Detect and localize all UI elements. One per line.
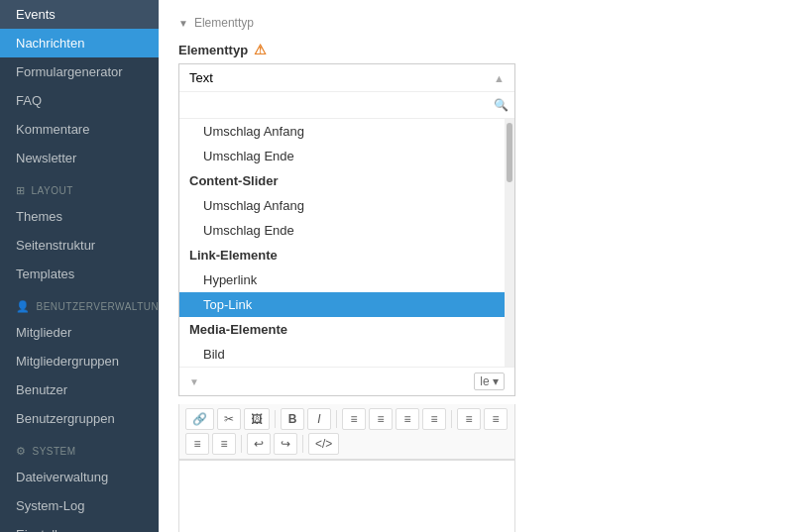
toolbar-list-ul-btn[interactable]: ≡ [457,408,481,430]
sidebar-item-seitenstruktur[interactable]: Seitenstruktur [0,231,159,260]
toolbar-italic-btn[interactable]: I [307,408,331,430]
section-collapse-arrow[interactable]: ▼ [178,18,188,29]
editor-content-area[interactable] [178,460,515,532]
toolbar-image-btn[interactable]: 🖼 [244,408,270,430]
elementtyp-label: Elementtyp [178,43,248,57]
list-item-group: Media-Elemente [179,317,505,342]
list-item-selected[interactable]: Top-Link [179,292,505,317]
sidebar-item-mitgliedergruppen[interactable]: Mitgliedergruppen [0,347,159,375]
toolbar-undo-btn[interactable]: ↩ [247,433,271,455]
select-value-display[interactable]: Text ▲ [179,64,514,92]
sidebar-item-templates[interactable]: Templates [0,260,159,288]
col-label[interactable]: le ▾ [474,372,505,390]
toolbar-align-center-btn[interactable]: ≡ [369,408,393,430]
sidebar-section-system: ⚙ SYSTEM [0,433,159,463]
chevron-down-icon: ▼ [189,376,199,387]
section-header: ▼ Elementtyp [178,16,773,30]
toolbar-source-btn[interactable]: </> [308,433,339,455]
toolbar-bold-btn[interactable]: B [281,408,304,430]
toolbar-indent-btn[interactable]: ≡ [185,433,209,455]
list-item[interactable]: Umschlag Anfang [179,193,505,218]
scrollbar-track[interactable] [505,119,514,367]
sidebar-item-newsletter[interactable]: Newsletter [0,144,159,172]
elementtyp-select[interactable]: Text ▲ 🔍 Umschlag Anfang Umschlag Ende C… [178,63,515,396]
sidebar-item-dateiverwaltung[interactable]: Dateiverwaltung [0,463,159,491]
select-end: ▼ le ▾ [179,367,514,395]
sidebar-item-mitglieder[interactable]: Mitglieder [0,318,159,347]
toolbar-outdent-btn[interactable]: ≡ [212,433,236,455]
toolbar-align-right-btn[interactable]: ≡ [396,408,419,430]
sidebar-item-einstellungen[interactable]: Einstellungen [0,520,159,532]
sidebar-section-layout: ⊞ LAYOUT [0,172,159,202]
toolbar-divider-5 [302,435,303,453]
warning-icon: ⚠ [254,42,267,57]
sidebar-section-benutzerverwaltung: 👤 BENUTZERVERWALTUNG [0,288,159,318]
list-item[interactable]: Hyperlink [179,267,505,292]
system-gear-icon: ⚙ [16,445,27,458]
toolbar-divider-4 [241,435,242,453]
layout-icon: ⊞ [16,184,26,197]
sidebar-item-themes[interactable]: Themes [0,202,159,231]
search-icon: 🔍 [494,98,509,112]
dropdown-wrapper: Umschlag Anfang Umschlag Ende Content-Sl… [179,119,514,367]
dropdown-search-input[interactable] [185,96,490,114]
toolbar-scissors-btn[interactable]: ✂ [217,408,241,430]
sidebar-item-systemlog[interactable]: System-Log [0,491,159,520]
scrollbar-thumb[interactable] [507,123,512,182]
selected-text: Text [189,70,213,85]
list-item-group: Content-Slider [179,168,505,193]
field-label: Elementtyp ⚠ [178,42,773,57]
sidebar-item-faq[interactable]: FAQ [0,86,159,115]
toolbar-divider-2 [336,410,337,428]
editor-toolbar: 🔗 ✂ 🖼 B I ≡ ≡ ≡ ≡ ≡ ≡ ≡ ≡ ↩ ↪ </> [178,404,515,460]
toolbar-align-justify-btn[interactable]: ≡ [422,408,446,430]
main-content: ▼ Elementtyp Elementtyp ⚠ Text ▲ 🔍 Umsc [159,0,793,532]
list-item[interactable]: Umschlag Ende [179,218,505,243]
dropdown-search-area: 🔍 [179,92,514,119]
sidebar-item-benutzer[interactable]: Benutzer [0,375,159,404]
toolbar-link-btn[interactable]: 🔗 [185,408,214,430]
sidebar-item-nachrichten[interactable]: Nachrichten [0,29,159,57]
sidebar-item-benutzergruppen[interactable]: Benutzergruppen [0,404,159,433]
sidebar-item-events[interactable]: Events [0,0,159,29]
sidebar: Events Nachrichten Formulargenerator FAQ… [0,0,159,532]
list-item[interactable]: Umschlag Ende [179,144,505,168]
toolbar-divider-3 [451,410,452,428]
section-title: Elementtyp [194,16,254,30]
list-item[interactable]: Bild [179,342,505,367]
content-area: ▼ Elementtyp Elementtyp ⚠ Text ▲ 🔍 Umsc [159,0,793,532]
sidebar-item-kommentare[interactable]: Kommentare [0,115,159,144]
dropdown-list: Umschlag Anfang Umschlag Ende Content-Sl… [179,119,505,367]
sidebar-item-formulargenerator[interactable]: Formulargenerator [0,57,159,86]
list-item-group: Link-Elemente [179,243,505,267]
toolbar-align-left-btn[interactable]: ≡ [342,408,366,430]
toolbar-redo-btn[interactable]: ↪ [274,433,297,455]
user-icon: 👤 [16,300,31,313]
toolbar-list-ol-btn[interactable]: ≡ [484,408,508,430]
toolbar-divider [275,410,276,428]
list-item[interactable]: Umschlag Anfang [179,119,505,144]
chevron-up-icon: ▲ [494,72,505,84]
